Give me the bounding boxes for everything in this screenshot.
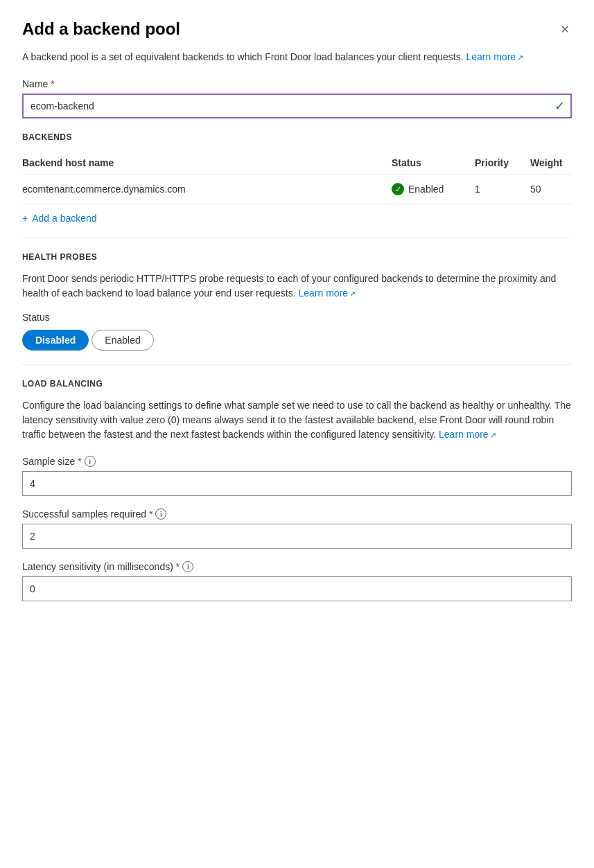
health-probes-toggle-group: Disabled Enabled: [22, 330, 572, 351]
sample-size-required: *: [78, 456, 81, 467]
add-backend-link[interactable]: + Add a backend: [22, 213, 572, 224]
page-title: Add a backend pool: [22, 19, 180, 39]
col-header-hostname: Backend host name: [22, 152, 392, 175]
external-link-icon-2: ↗: [349, 290, 356, 298]
name-input-wrapper: ✓: [22, 94, 572, 118]
table-row: ecomtenant.commerce.dynamics.com ✓ Enabl…: [22, 175, 572, 204]
add-backend-pool-panel: Add a backend pool × A backend pool is a…: [0, 0, 594, 636]
backend-priority: 1: [475, 175, 530, 204]
load-balancing-learn-more-link[interactable]: Learn more↗: [439, 429, 496, 440]
name-input[interactable]: [22, 94, 572, 118]
external-link-icon: ↗: [517, 53, 523, 62]
successful-samples-field-group: Successful samples required * i: [22, 508, 572, 549]
toggle-enabled-button[interactable]: Enabled: [91, 330, 153, 351]
latency-sensitivity-label: Latency sensitivity (in milliseconds) * …: [22, 561, 572, 572]
backend-weight: 50: [530, 175, 572, 204]
panel-description: A backend pool is a set of equivalent ba…: [22, 50, 572, 64]
latency-sensitivity-required: *: [176, 561, 180, 572]
sample-size-input[interactable]: [22, 471, 572, 496]
successful-samples-required: *: [149, 508, 152, 520]
col-header-priority: Priority: [475, 152, 530, 175]
load-balancing-description: Configure the load balancing settings to…: [22, 398, 572, 442]
health-probes-status-label: Status: [22, 312, 572, 323]
successful-samples-info-icon[interactable]: i: [155, 508, 166, 520]
name-label: Name *: [22, 78, 572, 89]
health-probes-learn-more-link[interactable]: Learn more↗: [299, 287, 356, 299]
backends-table: Backend host name Status Priority Weight…: [22, 152, 572, 204]
backends-section-title: BACKENDS: [22, 132, 572, 142]
latency-sensitivity-field-group: Latency sensitivity (in milliseconds) * …: [22, 561, 572, 601]
close-button[interactable]: ×: [558, 19, 572, 39]
section-divider-health: [22, 238, 572, 238]
successful-samples-label: Successful samples required * i: [22, 508, 572, 520]
backend-status: ✓ Enabled: [392, 175, 475, 204]
health-probes-section-title: HEALTH PROBES: [22, 252, 572, 262]
load-balancing-section-title: LOAD BALANCING: [22, 379, 572, 389]
successful-samples-input[interactable]: [22, 524, 572, 549]
latency-sensitivity-info-icon[interactable]: i: [182, 561, 193, 572]
add-icon: +: [22, 213, 28, 224]
backend-hostname: ecomtenant.commerce.dynamics.com: [22, 175, 392, 204]
sample-size-label: Sample size * i: [22, 456, 572, 467]
name-required-indicator: *: [51, 78, 54, 89]
toggle-disabled-button[interactable]: Disabled: [22, 330, 89, 351]
external-link-icon-3: ↗: [490, 431, 496, 439]
name-field-group: Name * ✓: [22, 78, 572, 118]
panel-header: Add a backend pool ×: [22, 19, 572, 39]
latency-sensitivity-input[interactable]: [22, 576, 572, 601]
col-header-weight: Weight: [530, 152, 572, 175]
description-learn-more-link[interactable]: Learn more↗: [466, 51, 524, 62]
col-header-status: Status: [392, 152, 475, 175]
sample-size-field-group: Sample size * i: [22, 456, 572, 496]
health-probes-description: Front Door sends periodic HTTP/HTTPS pro…: [22, 272, 572, 301]
section-divider-load-balancing: [22, 364, 572, 365]
sample-size-info-icon[interactable]: i: [85, 456, 96, 467]
enabled-check-icon: ✓: [392, 183, 404, 195]
name-check-icon: ✓: [554, 98, 565, 114]
backend-status-text: Enabled: [408, 184, 444, 195]
